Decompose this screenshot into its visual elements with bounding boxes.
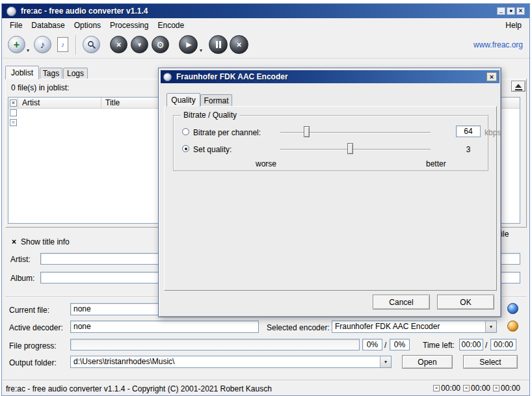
menu-item-help[interactable]: Help xyxy=(501,19,529,32)
menu-item-file[interactable]: File xyxy=(5,19,27,32)
select-all-checkbox[interactable]: × xyxy=(10,99,17,107)
conversion-dropdown-arrow[interactable]: ▾ xyxy=(200,47,202,53)
bitrate-radio[interactable] xyxy=(182,128,189,135)
music-note-icon: ♪ xyxy=(40,39,46,50)
encoder-settings-button[interactable] xyxy=(507,321,518,332)
current-file-label: Current file: xyxy=(9,306,49,315)
open-button[interactable]: Open xyxy=(402,355,453,369)
tab-tags[interactable]: Tags xyxy=(40,68,62,79)
active-decoder-label: Active decoder: xyxy=(9,323,63,332)
dialog-titlebar[interactable]: Fraunhofer FDK AAC Encoder × xyxy=(161,70,499,83)
menu-item-options[interactable]: Options xyxy=(70,19,105,32)
info-button[interactable] xyxy=(507,303,518,314)
cancel-button[interactable]: Cancel xyxy=(373,295,430,310)
timer-icon: × xyxy=(463,385,470,391)
app-icon xyxy=(7,7,16,16)
quality-value: 3 xyxy=(456,145,481,154)
output-folder-value: d:\Users\tristanrhodes\Music\ xyxy=(71,356,380,367)
window-title: fre:ac - free audio converter v1.1.4 xyxy=(21,7,148,16)
main-titlebar[interactable]: fre:ac - free audio converter v1.1.4 _ ■… xyxy=(2,4,529,18)
dialog-icon xyxy=(163,73,172,81)
rip-cd-button[interactable]: ♪ xyxy=(34,36,51,53)
x-icon: × xyxy=(116,40,122,49)
remove-entry-button[interactable]: × xyxy=(110,36,127,53)
time-left-label: Time left: xyxy=(423,341,455,350)
tab-logs[interactable]: Logs xyxy=(63,68,88,79)
tab-joblist[interactable]: Joblist xyxy=(5,66,39,79)
timer-value: 00:00 xyxy=(501,384,520,393)
quality-radio[interactable] xyxy=(182,145,189,152)
add-files-button[interactable]: + xyxy=(8,36,25,53)
bitrate-unit: kbps xyxy=(485,128,501,137)
status-text: fre:ac - free audio converter v1.1.4 - C… xyxy=(6,384,272,393)
create-file-button[interactable]: ♪ xyxy=(57,37,68,52)
file-progress-bar xyxy=(70,339,360,350)
pause-icon xyxy=(215,41,222,48)
timer-value: 00:00 xyxy=(441,384,460,393)
bitrate-label: Bitrate per channel: xyxy=(193,128,261,137)
quality-label: Set quality: xyxy=(193,145,232,154)
encoder-select[interactable]: Fraunhofer FDK AAC Encoder ▾ xyxy=(332,321,497,333)
file-progress-label: File progress: xyxy=(9,341,57,350)
selected-encoder-label: Selected encoder: xyxy=(267,323,330,332)
maximize-button[interactable]: ■ xyxy=(507,7,515,15)
percent-separator: / xyxy=(384,341,386,350)
time-separator: / xyxy=(485,341,487,350)
close-button[interactable]: × xyxy=(516,7,525,15)
time-left-track: 00:00 xyxy=(459,339,483,350)
stop-conversion-button[interactable]: × xyxy=(230,35,248,54)
status-timer-2: × 00:00 xyxy=(463,384,490,393)
add-files-dropdown-arrow[interactable]: ▾ xyxy=(27,47,29,53)
quality-slider-thumb[interactable] xyxy=(347,143,353,154)
minimize-button[interactable]: _ xyxy=(497,7,505,15)
track-progress-percent: 0% xyxy=(362,339,382,350)
dialog-tab-quality[interactable]: Quality xyxy=(166,93,200,107)
toolbar: + ▾ ♪ ♪ × ▼ ⚙ ▶ ▾ xyxy=(2,32,529,59)
down-triangle-icon: ▼ xyxy=(137,42,142,48)
output-folder-dropdown-button[interactable]: ▾ xyxy=(380,356,391,367)
window-controls: _ ■ × xyxy=(497,7,525,15)
chevron-down-icon: ▾ xyxy=(490,324,492,330)
quality-slider-track[interactable] xyxy=(280,149,431,150)
status-timer-3: × 00:00 xyxy=(493,384,520,393)
select-button[interactable]: Select xyxy=(463,355,518,369)
column-header-artist[interactable]: Artist xyxy=(18,98,101,108)
settings-button[interactable]: ⚙ xyxy=(152,36,169,53)
eject-button[interactable] xyxy=(511,81,525,92)
group-title: Bitrate / Quality xyxy=(181,111,239,119)
bitrate-slider-thumb[interactable] xyxy=(304,126,310,137)
website-link[interactable]: www.freac.org xyxy=(473,40,523,49)
timer-icon: × xyxy=(493,385,499,391)
encoder-select-value: Fraunhofer FDK AAC Encoder xyxy=(332,321,485,332)
artist-label: Artist: xyxy=(10,255,31,264)
toolbar-separator xyxy=(75,35,77,55)
status-timer-1: × 00:00 xyxy=(433,384,460,393)
ok-button[interactable]: OK xyxy=(437,295,494,310)
scale-worse-label: worse xyxy=(256,159,276,168)
dialog-tab-format[interactable]: Format xyxy=(200,94,232,107)
bitrate-slider-track[interactable] xyxy=(280,132,431,133)
query-database-button[interactable] xyxy=(83,36,100,53)
menu-item-encode[interactable]: Encode xyxy=(153,19,189,32)
start-conversion-button[interactable]: ▶ xyxy=(179,35,198,54)
dialog-close-button[interactable]: × xyxy=(486,72,497,81)
chevron-down-icon: ▾ xyxy=(384,359,387,365)
bitrate-input[interactable]: 64 xyxy=(456,125,481,137)
scale-better-label: better xyxy=(426,159,446,168)
album-label: Album: xyxy=(10,274,34,283)
encoder-select-button[interactable]: ▾ xyxy=(485,321,496,332)
magnifier-icon xyxy=(87,40,96,49)
show-title-info-toggle[interactable]: × Show title info xyxy=(12,237,70,246)
pause-conversion-button[interactable] xyxy=(209,35,228,54)
encoder-dialog: Fraunhofer FDK AAC Encoder × Quality For… xyxy=(158,68,501,317)
output-folder-select[interactable]: d:\Users\tristanrhodes\Music\ ▾ xyxy=(70,356,392,368)
play-icon: ▶ xyxy=(185,40,191,49)
gear-icon: ⚙ xyxy=(156,40,165,50)
output-folder-label: Output folder: xyxy=(9,358,57,367)
toolbar-arrow-button[interactable]: ▼ xyxy=(131,36,148,53)
timer-value: 00:00 xyxy=(471,384,490,393)
joblist-count: 0 file(s) in joblist: xyxy=(11,83,69,92)
total-progress-percent: 0% xyxy=(390,339,410,350)
menu-item-processing[interactable]: Processing xyxy=(105,19,153,32)
menu-item-database[interactable]: Database xyxy=(27,19,69,32)
